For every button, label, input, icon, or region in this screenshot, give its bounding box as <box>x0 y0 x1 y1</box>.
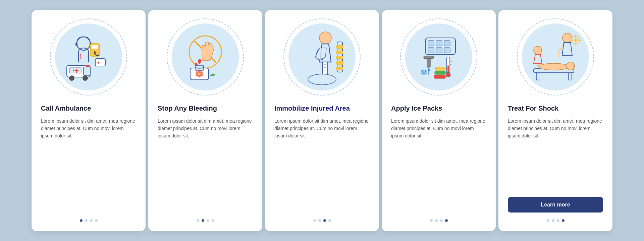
svg-text:+: + <box>73 69 75 72</box>
svg-rect-43 <box>336 67 343 70</box>
dot <box>557 219 559 222</box>
dot <box>207 219 209 222</box>
svg-rect-73 <box>536 73 539 80</box>
card-call-ambulance: 📞 + + Call Ambulance Lorem ipsum dolo <box>32 10 146 231</box>
card-content-ambulance: Call Ambulance Lorem ipsum dolor sit dim… <box>32 104 146 222</box>
card-dots-ambulance <box>41 219 136 222</box>
card-apply-ice: ❄ Apply Ice Packs Lorem ipsum dolor sit … <box>382 10 496 231</box>
svg-rect-17 <box>85 65 90 67</box>
svg-text:+: + <box>97 60 100 65</box>
card-treat-shock: Treat For Shock Lorem ipsum dolor sit di… <box>498 10 612 231</box>
dot-active <box>80 219 83 222</box>
dot <box>90 219 93 222</box>
dot <box>547 219 549 222</box>
svg-point-75 <box>539 63 569 70</box>
svg-point-37 <box>308 74 336 85</box>
dot-active <box>323 219 326 222</box>
card-body-ice: Lorem ipsum dolor sit dim amet, mea regi… <box>391 117 486 213</box>
dot <box>212 219 214 222</box>
svg-rect-62 <box>435 67 445 70</box>
dot <box>318 219 321 222</box>
svg-rect-10 <box>84 67 90 75</box>
card-body-immobilize: Lorem ipsum dolor sit dim amet, mea regi… <box>274 117 370 213</box>
dot <box>197 219 199 222</box>
dot <box>313 219 316 222</box>
card-illustration-immobilize <box>265 10 379 104</box>
svg-text:❄: ❄ <box>420 67 428 77</box>
svg-rect-16 <box>75 70 78 71</box>
svg-point-11 <box>69 76 74 80</box>
card-content-bleeding: Stop Any Bleeding Lorem ipsum dolor sit … <box>148 104 262 222</box>
svg-rect-64 <box>434 75 445 78</box>
svg-point-67 <box>574 39 577 42</box>
card-title-ice: Apply Ice Packs <box>391 104 486 113</box>
dot-active <box>445 219 448 222</box>
svg-point-28 <box>198 75 201 77</box>
card-title-ambulance: Call Ambulance <box>41 104 136 113</box>
svg-point-54 <box>428 72 429 75</box>
svg-point-26 <box>200 71 203 74</box>
dot <box>435 219 438 222</box>
card-title-bleeding: Stop Any Bleeding <box>158 104 253 113</box>
dot <box>328 219 331 222</box>
svg-point-30 <box>196 71 198 74</box>
card-title-immobilize: Immobilize Injured Area <box>274 104 370 113</box>
svg-rect-50 <box>444 48 450 53</box>
svg-point-27 <box>200 74 203 76</box>
svg-rect-45 <box>428 41 434 46</box>
svg-rect-7 <box>95 59 105 66</box>
card-dots-ice <box>391 219 486 222</box>
card-content-ice: Apply Ice Packs Lorem ipsum dolor sit di… <box>382 104 496 222</box>
svg-rect-57 <box>447 65 449 73</box>
svg-rect-51 <box>427 58 430 67</box>
svg-rect-63 <box>435 71 445 74</box>
card-title-shock: Treat For Shock <box>508 104 603 113</box>
card-dots-bleeding <box>158 219 253 222</box>
svg-rect-49 <box>436 48 442 53</box>
svg-point-29 <box>196 74 198 76</box>
svg-text:📞: 📞 <box>94 51 100 57</box>
card-body-bleeding: Lorem ipsum dolor sit dim amet, mea regi… <box>158 117 253 213</box>
card-body-ambulance: Lorem ipsum dolor sit dim amet, mea regi… <box>41 117 136 213</box>
cards-container: 📞 + + Call Ambulance Lorem ipsum dolo <box>25 3 619 238</box>
card-content-shock: Treat For Shock Lorem ipsum dolor sit di… <box>498 104 612 222</box>
svg-rect-47 <box>444 41 450 46</box>
card-illustration-shock <box>498 10 612 104</box>
learn-more-button[interactable]: Learn more <box>508 197 603 213</box>
svg-rect-52 <box>424 56 434 59</box>
svg-rect-42 <box>336 61 343 65</box>
svg-rect-40 <box>336 51 343 54</box>
svg-point-12 <box>83 76 88 80</box>
svg-point-65 <box>562 33 572 43</box>
svg-point-58 <box>446 72 450 77</box>
svg-point-20 <box>198 59 201 64</box>
dot <box>85 219 88 222</box>
svg-rect-48 <box>428 48 434 53</box>
dot <box>552 219 554 222</box>
card-content-immobilize: Immobilize Injured Area Lorem ipsum dolo… <box>265 104 379 222</box>
svg-rect-74 <box>569 73 571 80</box>
card-body-shock: Lorem ipsum dolor sit dim amet, mea regi… <box>508 117 603 191</box>
svg-rect-1 <box>75 43 77 46</box>
svg-point-76 <box>567 62 575 70</box>
svg-rect-5 <box>92 45 98 49</box>
dot <box>430 219 433 222</box>
dot-active <box>562 219 565 222</box>
svg-rect-41 <box>336 56 343 59</box>
dot <box>440 219 443 222</box>
svg-point-32 <box>319 32 331 44</box>
svg-point-53 <box>428 68 430 72</box>
card-immobilize: Immobilize Injured Area Lorem ipsum dolo… <box>265 10 379 231</box>
svg-point-77 <box>534 46 542 54</box>
svg-point-25 <box>198 70 201 73</box>
card-dots-immobilize <box>274 219 370 222</box>
dot <box>95 219 98 222</box>
dot-active <box>202 219 204 222</box>
svg-rect-39 <box>336 45 343 49</box>
card-dots-shock <box>508 219 603 222</box>
card-illustration-bleeding <box>148 10 262 104</box>
svg-rect-46 <box>436 41 442 46</box>
card-illustration-ice: ❄ <box>382 10 496 104</box>
card-illustration-ambulance: 📞 + + <box>32 10 146 104</box>
card-stop-bleeding: Stop Any Bleeding Lorem ipsum dolor sit … <box>148 10 262 231</box>
